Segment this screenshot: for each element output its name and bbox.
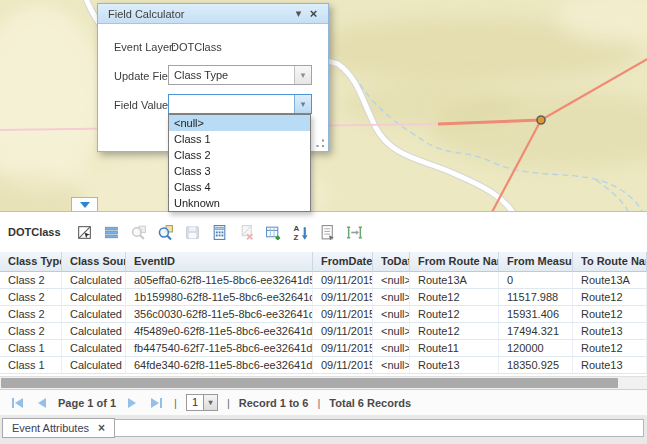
table-cell[interactable]: Route12: [410, 306, 499, 323]
table-cell[interactable]: Calculated: [62, 306, 126, 323]
table-cell[interactable]: Route13A: [410, 272, 499, 289]
scrollbar-thumb[interactable]: [1, 378, 618, 388]
chevron-down-icon[interactable]: ▾: [294, 66, 311, 84]
table-cell[interactable]: 09/11/2015: [313, 340, 373, 357]
table-cell[interactable]: 09/11/2015: [313, 272, 373, 289]
route-junction-marker[interactable]: [537, 116, 545, 124]
table-cell[interactable]: 17494.321: [499, 323, 573, 340]
column-header[interactable]: FromDate: [313, 252, 373, 272]
resize-grip-icon[interactable]: [315, 138, 325, 148]
report-icon[interactable]: [319, 224, 336, 241]
chevron-down-icon[interactable]: ▾: [294, 95, 311, 113]
field-calculator-icon[interactable]: [211, 224, 228, 241]
table-cell[interactable]: Calculated: [62, 272, 126, 289]
table-cell[interactable]: 09/11/2015: [313, 357, 373, 374]
table-cell[interactable]: Route12: [573, 340, 647, 357]
column-header[interactable]: Class Source: [62, 252, 126, 272]
application-window: Field Calculator ▾ × Event Layer: DOTCla…: [0, 0, 647, 444]
table-cell[interactable]: 09/11/2015: [313, 306, 373, 323]
table-cell[interactable]: 1b159980-62f8-11e5-8bc6-ee32641d5ec9: [126, 289, 313, 306]
table-cell[interactable]: <null>: [373, 306, 410, 323]
table-cell[interactable]: 09/11/2015: [313, 289, 373, 306]
column-header[interactable]: EventID: [126, 252, 313, 272]
table-cell[interactable]: Calculated: [62, 340, 126, 357]
next-page-button[interactable]: [125, 398, 139, 408]
table-cell[interactable]: a05effa0-62f8-11e5-8bc6-ee32641d5ec9: [126, 272, 313, 289]
table-cell[interactable]: Class 2: [0, 306, 62, 323]
table-row: Class 2Calculated356c0030-62f8-11e5-8bc6…: [0, 306, 647, 323]
update-field-value: Class Type: [169, 66, 294, 84]
event-layer-value: DOTClass: [171, 41, 222, 53]
table-cell[interactable]: <null>: [373, 289, 410, 306]
dropdown-option[interactable]: Class 2: [169, 147, 310, 163]
select-records-icon[interactable]: [76, 224, 93, 241]
dropdown-option[interactable]: <null>: [169, 115, 310, 131]
table-cell[interactable]: <null>: [373, 272, 410, 289]
table-cell[interactable]: 18350.925: [499, 357, 573, 374]
show-selected-records-icon[interactable]: [103, 224, 120, 241]
table-cell[interactable]: Class 2: [0, 323, 62, 340]
column-header[interactable]: From Measure: [499, 252, 573, 272]
table-cell[interactable]: Class 2: [0, 272, 62, 289]
table-cell[interactable]: Route13: [573, 357, 647, 374]
table-cell[interactable]: fb447540-62f7-11e5-8bc6-ee32641d5ec9: [126, 340, 313, 357]
dropdown-option[interactable]: Unknown: [169, 195, 310, 211]
table-cell[interactable]: 120000: [499, 340, 573, 357]
page-select-value: 1: [187, 395, 203, 410]
horizontal-scrollbar[interactable]: [0, 376, 647, 389]
offset-icon[interactable]: [346, 224, 363, 241]
table-cell[interactable]: 356c0030-62f8-11e5-8bc6-ee32641d5ec9: [126, 306, 313, 323]
table-cell[interactable]: Class 2: [0, 289, 62, 306]
table-cell[interactable]: Class 1: [0, 357, 62, 374]
sort-icon[interactable]: AZ: [292, 224, 309, 241]
dialog-title: Field Calculator: [108, 8, 291, 20]
last-page-button[interactable]: [148, 398, 165, 408]
separator: |: [227, 397, 230, 409]
column-header[interactable]: To Route Name: [573, 252, 647, 272]
table-cell[interactable]: 0: [499, 272, 573, 289]
table-cell[interactable]: Calculated: [62, 289, 126, 306]
dropdown-option[interactable]: Class 1: [169, 131, 310, 147]
table-cell[interactable]: Route13: [573, 323, 647, 340]
table-cell[interactable]: Route12: [573, 289, 647, 306]
map-view[interactable]: Field Calculator ▾ × Event Layer: DOTCla…: [0, 0, 647, 211]
add-record-icon[interactable]: [265, 224, 282, 241]
field-value-combo[interactable]: ▾: [168, 94, 312, 114]
dialog-titlebar[interactable]: Field Calculator ▾ ×: [98, 4, 328, 24]
table-cell[interactable]: Route12: [410, 289, 499, 306]
chevron-down-icon[interactable]: ▾: [203, 395, 217, 410]
tab-close-icon[interactable]: ×: [98, 421, 105, 435]
table-cell[interactable]: Route13: [410, 357, 499, 374]
table-cell[interactable]: Calculated: [62, 357, 126, 374]
table-cell[interactable]: Calculated: [62, 323, 126, 340]
first-page-button[interactable]: [9, 398, 26, 408]
previous-page-button[interactable]: [35, 398, 49, 408]
table-cell[interactable]: <null>: [373, 340, 410, 357]
table-cell[interactable]: Route12: [410, 323, 499, 340]
column-header[interactable]: From Route Name: [410, 252, 499, 272]
page-select[interactable]: 1 ▾: [186, 394, 218, 411]
column-header[interactable]: ToDate: [373, 252, 410, 272]
dropdown-option[interactable]: Class 4: [169, 179, 310, 195]
table-cell[interactable]: Route11: [410, 340, 499, 357]
table-cell[interactable]: <null>: [373, 357, 410, 374]
dropdown-option[interactable]: Class 3: [169, 163, 310, 179]
dialog-menu-icon[interactable]: ▾: [291, 7, 306, 20]
separator: |: [317, 397, 320, 409]
table-cell[interactable]: 09/11/2015: [313, 323, 373, 340]
zoom-to-record-icon[interactable]: [157, 224, 174, 241]
table-cell[interactable]: 64fde340-62f8-11e5-8bc6-ee32641d5ec9: [126, 357, 313, 374]
tab-event-attributes[interactable]: Event Attributes ×: [2, 418, 115, 438]
table-cell[interactable]: 11517.988: [499, 289, 573, 306]
table-collapse-tab[interactable]: [71, 197, 98, 211]
table-cell[interactable]: Route12: [573, 306, 647, 323]
table-cell[interactable]: Class 1: [0, 340, 62, 357]
table-row: Class 1Calculated64fde340-62f8-11e5-8bc6…: [0, 357, 647, 374]
column-header[interactable]: Class Type: [0, 252, 62, 272]
table-cell[interactable]: Route13A: [573, 272, 647, 289]
table-cell[interactable]: 4f5489e0-62f8-11e5-8bc6-ee32641d5ec9: [126, 323, 313, 340]
table-cell[interactable]: 15931.406: [499, 306, 573, 323]
update-field-combo[interactable]: Class Type ▾: [168, 65, 312, 85]
table-cell[interactable]: <null>: [373, 323, 410, 340]
dialog-close-icon[interactable]: ×: [306, 6, 321, 21]
